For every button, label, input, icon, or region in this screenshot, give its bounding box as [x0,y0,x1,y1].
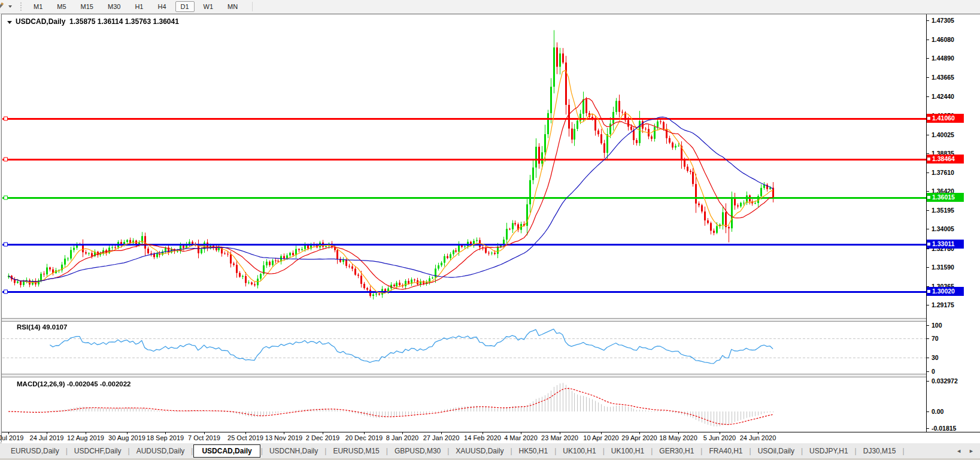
date-axis-label: 8 Jan 2020 [386,434,418,441]
axis-tick-mark [927,172,929,173]
price-line-label: 1.41060 [927,114,964,123]
date-axis-label: 4 Mar 2020 [504,434,538,441]
macd-name: MACD(12,26,9) [17,380,65,388]
timeframe-button-m30[interactable]: M30 [102,1,126,12]
axis-tick-mark [927,428,929,429]
price-axis[interactable]: 1.473051.460801.448901.436651.424401.412… [926,14,980,432]
rsi-axis-tick: 0 [932,368,935,375]
toolbar-separator [252,2,253,11]
chart-tab-eurusd-daily[interactable]: EURUSD,Daily [5,445,65,457]
chart-symbol-period: USDCAD,Daily [16,17,65,26]
chart-tabs: EURUSD,Daily|USDCHF,Daily|AUDUSD,Daily|U… [5,444,905,458]
date-axis[interactable]: 5 Jul 201924 Jul 201912 Aug 201930 Aug 2… [2,432,980,443]
macd-values: -0.002045 -0.002022 [67,380,131,388]
date-axis-label: 25 Oct 2019 [227,434,263,441]
axis-tick-mark [927,305,929,305]
rsi-value: 49.0107 [43,323,68,331]
line-anchor-icon [927,158,930,161]
price-axis-tick: 1.35195 [932,207,954,214]
date-axis-label: 20 Dec 2019 [345,434,383,441]
date-axis-label: 18 Sep 2019 [147,434,184,441]
date-axis-label: 24 Jun 2020 [740,434,776,441]
chart-tab-usdcad-daily[interactable]: USDCAD,Daily [193,444,260,458]
price-axis-tick: 1.47305 [932,17,954,24]
date-axis-label: 10 Apr 2020 [583,434,618,441]
tab-nav-left-icon[interactable]: ◄ [956,448,961,454]
pane-splitter-rsi[interactable] [2,318,980,322]
timeframe-button-mn[interactable]: MN [222,1,243,12]
axis-tick-mark [927,191,929,192]
timeframe-button-d1[interactable]: D1 [175,1,195,12]
axis-tick-mark [927,229,929,229]
chart-tab-dj30-m15[interactable]: DJ30,M15 [857,445,902,457]
chevron-down-icon [8,5,12,8]
chart-tab-fra40-h1[interactable]: FRA40,H1 [703,445,748,457]
line-anchor-icon [927,117,930,120]
axis-tick-mark [927,267,929,268]
timeframe-buttons: M1M5M15M30H1H4D1W1MN [26,1,245,12]
timeframe-toolbar: M1M5M15M30H1H4D1W1MN [0,0,980,14]
macd-axis-tick: 0.032972 [932,377,958,385]
date-axis-label: 2 Dec 2019 [306,434,339,441]
macd-axis-tick: -0.01815 [932,425,956,432]
price-line-label: 1.33011 [927,240,964,249]
axis-tick-mark [927,40,929,40]
chart-tab-bar: EURUSD,Daily|USDCHF,Daily|AUDUSD,Daily|U… [0,443,980,458]
timeframe-button-h4[interactable]: H4 [152,1,171,12]
tab-nav-right-icon[interactable]: ► [969,448,974,454]
pane-splitter-macd[interactable] [2,374,980,377]
timeframe-button-w1[interactable]: W1 [198,1,219,12]
axis-tick-mark [927,371,929,372]
rsi-axis-tick: 30 [932,354,939,361]
timeframe-button-m1[interactable]: M1 [28,1,48,12]
chart-tab-usdchf-daily[interactable]: USDCHF,Daily [68,445,128,457]
price-axis-tick: 1.44890 [932,55,954,62]
date-axis-label: 27 Jan 2020 [423,434,460,441]
chart-title: USDCAD,Daily 1.35875 1.36114 1.35763 1.3… [7,17,179,26]
rsi-indicator-label: RSI(14) 49.0107 [17,323,67,331]
axis-tick-mark [927,210,929,211]
chart-tab-audusd-daily[interactable]: AUDUSD,Daily [131,445,191,457]
chart-window: USDCAD,Daily 1.35875 1.36114 1.35763 1.3… [1,14,980,442]
chart-ohlc-values: 1.35875 1.36114 1.35763 1.36041 [69,17,179,26]
line-anchor-icon [927,243,930,246]
macd-axis-tick: 0.00 [932,408,943,415]
drawing-tool-button[interactable] [0,1,12,13]
axis-tick-mark [927,325,929,326]
chart-title-collapse-icon[interactable] [7,21,12,24]
chart-tab-usdcnh-daily[interactable]: USDCNH,Daily [263,445,324,457]
price-axis-tick: 1.46080 [932,36,954,43]
chart-tab-uk100-h1[interactable]: UK100,H1 [605,445,650,457]
date-axis-label: 5 Jul 2019 [0,434,23,441]
price-axis-tick: 1.40025 [932,131,954,138]
chart-tab-xauusd-daily[interactable]: XAUUSD,Daily [450,445,509,457]
axis-tick-mark [927,358,929,358]
chart-tab-hk50-h1[interactable]: HK50,H1 [513,445,554,457]
chart-tab-uk100-h1[interactable]: UK100,H1 [557,445,602,457]
rsi-axis-tick: 100 [932,322,942,329]
price-axis-tick: 1.43665 [932,74,954,81]
line-anchor-icon [927,290,930,293]
chart-tab-eurusd-m15[interactable]: EURUSD,M15 [327,445,385,457]
tab-navigation: ◄ ► [956,443,974,459]
chart-tab-usoil-daily[interactable]: USOil,Daily [752,445,800,457]
toolbar-grip[interactable] [20,2,22,11]
date-axis-label: 13 Nov 2019 [265,434,302,441]
axis-tick-mark [927,249,929,249]
line-anchor-icon [927,196,930,199]
axis-tick-mark [927,135,929,135]
timeframe-button-h1[interactable]: H1 [129,1,148,12]
price-axis-tick: 1.31590 [932,264,954,271]
chart-tab-ger30-h1[interactable]: GER30,H1 [653,445,700,457]
timeframe-button-m5[interactable]: M5 [51,1,71,12]
price-chart-canvas[interactable] [2,14,926,432]
price-line-label: 1.36015 [927,193,964,202]
price-axis-tick: 1.37610 [932,169,954,176]
chart-tab-gbpusd-m30[interactable]: GBPUSD,M30 [389,445,447,457]
date-axis-label: 12 Aug 2019 [67,434,104,441]
chart-tab-usdjpy-h1[interactable]: USDJPY,H1 [803,445,854,457]
date-axis-label: 30 Aug 2019 [108,434,145,441]
price-axis-tick: 1.42440 [932,93,954,100]
date-axis-label: 24 Jul 2019 [30,434,64,441]
timeframe-button-m15[interactable]: M15 [75,1,99,12]
